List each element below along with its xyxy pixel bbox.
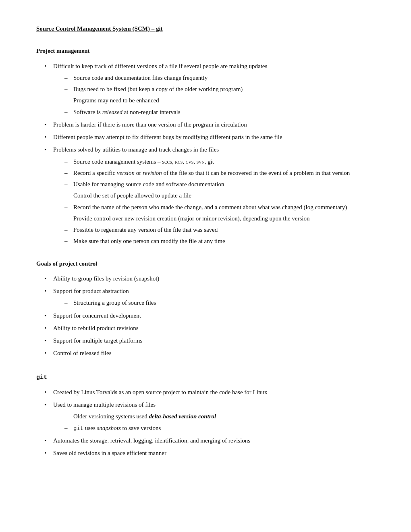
list-item: Possible to regenerate any version of th…: [64, 225, 375, 235]
item-text: Bugs need to be fixed (but keep a copy o…: [73, 86, 243, 92]
list-item: Bugs need to be fixed (but keep a copy o…: [64, 85, 375, 94]
page-container: Source Control Management System (SCM) –…: [36, 24, 375, 458]
list-item: Programs may need to be enhanced: [64, 96, 375, 105]
list-item: git uses snapshots to save versions: [64, 424, 375, 433]
sublist: Source code and documentation files chan…: [64, 73, 375, 117]
section-heading-goals: Goals of project control: [36, 259, 375, 268]
item-text: Problem is harder if there is more than …: [53, 121, 247, 128]
list-item: Older versioning systems used delta-base…: [64, 412, 375, 421]
item-text: Source code management systems – sccs, r…: [73, 158, 214, 165]
list-git: Created by Linus Torvalds as an open sou…: [44, 388, 375, 458]
item-text: Ability to rebuild product revisions: [53, 325, 139, 331]
list-item: Saves old revisions in a space efficient…: [44, 449, 375, 458]
item-text: Used to manage multiple revisions of fil…: [53, 401, 156, 408]
list-item: Difficult to keep track of different ver…: [44, 62, 375, 117]
item-text: Support for concurrent development: [53, 312, 141, 319]
item-text: Different people may attempt to fix diff…: [53, 134, 282, 140]
item-text: git uses snapshots to save versions: [73, 425, 161, 431]
item-text: Support for product abstraction: [53, 288, 129, 294]
section-project-management: Project management Difficult to keep tra…: [36, 46, 375, 246]
section-heading-git: git: [36, 373, 375, 382]
item-text: Ability to group files by revision (snap…: [53, 275, 159, 282]
item-text: Programs may need to be enhanced: [73, 97, 159, 104]
list-item: Used to manage multiple revisions of fil…: [44, 400, 375, 433]
list-item: Record the name of the person who made t…: [64, 203, 375, 212]
list-item: Software is released at non-regular inte…: [64, 108, 375, 117]
item-text: Saves old revisions in a space efficient…: [53, 450, 166, 456]
item-text: Automates the storage, retrieval, loggin…: [53, 437, 250, 444]
section-goals-project-control: Goals of project control Ability to grou…: [36, 259, 375, 358]
item-text: Difficult to keep track of different ver…: [53, 63, 267, 69]
sublist: Older versioning systems used delta-base…: [64, 412, 375, 433]
item-text: Structuring a group of source files: [73, 299, 156, 306]
page-title: Source Control Management System (SCM) –…: [36, 24, 375, 33]
item-text: Usable for managing source code and soft…: [73, 181, 224, 187]
list-item: Provide control over new revision creati…: [64, 214, 375, 223]
list-item: Different people may attempt to fix diff…: [44, 133, 375, 142]
list-item: Control the set of people allowed to upd…: [64, 191, 375, 200]
item-text: Control the set of people allowed to upd…: [73, 192, 191, 199]
sublist: Structuring a group of source files: [64, 298, 375, 308]
item-text: Problems solved by utilities to manage a…: [53, 146, 219, 153]
list-item: Source code and documentation files chan…: [64, 73, 375, 83]
item-text: Make sure that only one person can modif…: [73, 238, 225, 244]
item-text: Created by Linus Torvalds as an open sou…: [53, 389, 267, 395]
item-text: Record the name of the person who made t…: [73, 204, 347, 210]
item-text: Source code and documentation files chan…: [73, 75, 208, 81]
item-text: Software is released at non-regular inte…: [73, 109, 181, 115]
list-item: Support for concurrent development: [44, 311, 375, 320]
list-item: Automates the storage, retrieval, loggin…: [44, 436, 375, 445]
list-item: Problem is harder if there is more than …: [44, 120, 375, 129]
item-text: Record a specific version or revision of…: [73, 170, 350, 176]
list-item: Structuring a group of source files: [64, 298, 375, 308]
list-item: Control of released files: [44, 349, 375, 358]
sublist: Source code management systems – sccs, r…: [64, 157, 375, 246]
item-text: Provide control over new revision creati…: [73, 215, 310, 222]
section-git: git Created by Linus Torvalds as an open…: [36, 373, 375, 458]
item-text: Possible to regenerate any version of th…: [73, 227, 218, 233]
list-item: Ability to rebuild product revisions: [44, 324, 375, 333]
section-heading-project-management: Project management: [36, 46, 375, 56]
list-item: Problems solved by utilities to manage a…: [44, 145, 375, 246]
item-text: Control of released files: [53, 350, 112, 356]
list-item: Ability to group files by revision (snap…: [44, 274, 375, 283]
list-item: Source code management systems – sccs, r…: [64, 157, 375, 166]
item-text: Older versioning systems used delta-base…: [73, 413, 216, 420]
list-item: Record a specific version or revision of…: [64, 168, 375, 178]
list-project-management: Difficult to keep track of different ver…: [44, 62, 375, 246]
list-item: Created by Linus Torvalds as an open sou…: [44, 388, 375, 397]
list-item: Support for multiple target platforms: [44, 336, 375, 345]
item-text: Support for multiple target platforms: [53, 337, 142, 344]
list-item: Make sure that only one person can modif…: [64, 237, 375, 246]
list-item: Support for product abstraction Structur…: [44, 287, 375, 308]
list-goals: Ability to group files by revision (snap…: [44, 274, 375, 358]
list-item: Usable for managing source code and soft…: [64, 180, 375, 189]
